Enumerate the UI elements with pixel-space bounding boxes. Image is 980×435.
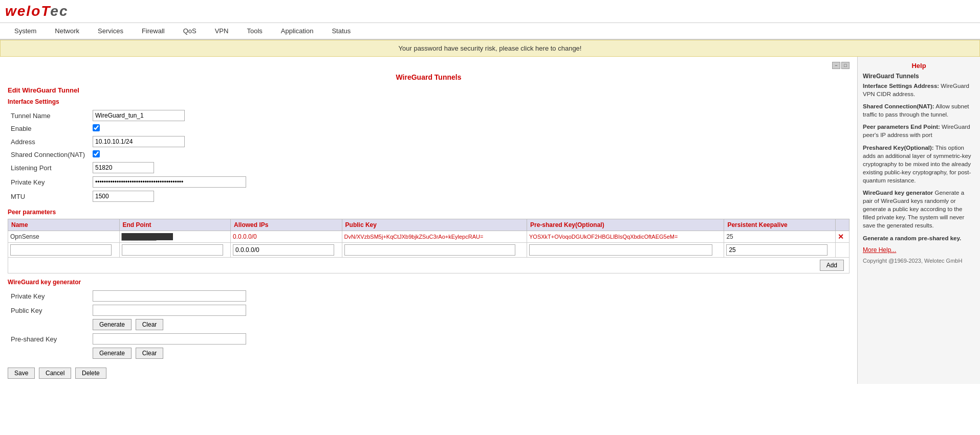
keygen-generate-preshared-button[interactable]: Generate [93, 348, 132, 359]
peer-delete-button[interactable]: ✕ [838, 233, 844, 241]
window-controls: − □ [832, 62, 850, 69]
edit-wireguard-title: Edit WireGuard Tunnel [8, 86, 850, 94]
enable-label: Enable [8, 123, 90, 134]
nav-qos[interactable]: QoS [174, 23, 206, 39]
help-section-5: WireGuard key generator Generate a pair … [863, 189, 975, 230]
nav-network[interactable]: Network [46, 23, 89, 39]
help-section-2: Shared Connection(NAT): Allow subnet tra… [863, 102, 975, 119]
warning-bar[interactable]: Your password have security risk, please… [0, 40, 980, 57]
col-actions [835, 219, 849, 231]
page-title: WireGuard Tunnels [8, 73, 850, 81]
help-subtitle: WireGuard Tunnels [863, 73, 975, 80]
help-section-1: Interface Settings Address: WireGuard VP… [863, 82, 975, 98]
keygen-generate-button[interactable]: Generate [93, 319, 132, 330]
address-label: Address [8, 134, 90, 149]
nav-application[interactable]: Application [272, 23, 323, 39]
help-section-3: Peer parameters End Point: WireGuard pee… [863, 123, 975, 139]
help-sidebar: Help WireGuard Tunnels Interface Setting… [857, 57, 980, 384]
keygen-title: WireGuard key generator [8, 279, 850, 286]
table-row: OpnSense ████████ 0.0.0.0/0 DvN/XVzbSM5j… [8, 231, 850, 243]
peer-allowed-ips: 0.0.0.0/0 [231, 231, 342, 243]
nav-firewall[interactable]: Firewall [133, 23, 174, 39]
peer-parameters-title: Peer parameters [8, 209, 850, 216]
col-name: Name [8, 219, 120, 231]
content-area: − □ WireGuard Tunnels Edit WireGuard Tun… [0, 57, 857, 384]
save-button[interactable]: Save [8, 368, 35, 379]
logo: weloTec [5, 3, 68, 19]
help-section-6: Generate a random pre-shared key. [863, 234, 975, 242]
new-peer-preshared-key-input[interactable] [529, 244, 712, 256]
peer-name: OpnSense [8, 231, 120, 243]
nav: System Network Services Firewall QoS VPN… [0, 23, 980, 40]
new-peer-keepalive-input[interactable] [726, 244, 827, 256]
keygen-clear-button[interactable]: Clear [136, 319, 164, 330]
table-new-row [8, 243, 850, 258]
enable-checkbox[interactable] [93, 124, 100, 131]
shared-connection-checkbox[interactable] [93, 150, 100, 157]
tunnel-name-label: Tunnel Name [8, 108, 90, 123]
interface-settings-form: Tunnel Name Enable Address Shared Connec… [8, 108, 850, 203]
col-allowed-ips: Allowed IPs [231, 219, 342, 231]
interface-settings-title: Interface Settings [8, 98, 850, 105]
tunnel-name-input[interactable] [93, 110, 185, 121]
keygen-preshared-key-input[interactable] [93, 333, 246, 345]
cancel-button[interactable]: Cancel [39, 368, 71, 379]
peer-preshared-key: YOSXkT+OVoqoDGUkOF2HBGLlBIsQqXbdicOftAEG… [527, 231, 724, 243]
delete-button[interactable]: Delete [75, 368, 106, 379]
peer-parameters-table: Name End Point Allowed IPs Public Key Pr… [8, 219, 850, 273]
maximize-button[interactable]: □ [841, 62, 850, 69]
nav-services[interactable]: Services [89, 23, 133, 39]
private-key-input[interactable] [93, 176, 246, 188]
col-preshared-key: Pre-shared Key(Optional) [527, 219, 724, 231]
help-title: Help [863, 62, 975, 70]
add-peer-button[interactable]: Add [820, 260, 844, 271]
nav-tools[interactable]: Tools [237, 23, 271, 39]
col-keepalive: Persistent Keepalive [724, 219, 836, 231]
bottom-buttons: Save Cancel Delete [8, 368, 850, 379]
keygen-private-key-label: Private Key [8, 289, 90, 303]
peer-keepalive: 25 [724, 231, 836, 243]
listening-port-input[interactable] [93, 162, 154, 173]
nav-system[interactable]: System [5, 23, 46, 39]
keygen-public-key-input[interactable] [93, 305, 246, 316]
new-peer-allowed-ips-input[interactable] [233, 244, 334, 256]
copyright: Copyright @1969-2023, Welotec GmbH [863, 258, 975, 264]
keygen-private-key-input[interactable] [93, 290, 246, 302]
help-section-4: Preshared Key(Optional): This option add… [863, 144, 975, 185]
header: weloTec [0, 0, 980, 23]
nav-status[interactable]: Status [322, 23, 360, 39]
address-input[interactable] [93, 136, 185, 147]
new-peer-endpoint-input[interactable] [122, 244, 223, 256]
col-public-key: Public Key [342, 219, 527, 231]
new-peer-public-key-input[interactable] [344, 244, 516, 256]
col-endpoint: End Point [119, 219, 231, 231]
keygen-public-key-label: Public Key [8, 303, 90, 317]
mtu-input[interactable] [93, 191, 154, 202]
minimize-button[interactable]: − [832, 62, 840, 69]
shared-connection-label: Shared Connection(NAT) [8, 149, 90, 161]
peer-endpoint: ████████ [119, 231, 231, 243]
mtu-label: MTU [8, 189, 90, 203]
peer-public-key: DvN/XVzbSM5j+KqCtJXb9bjkZSuC3rAo+kEylepc… [342, 231, 527, 243]
keygen-clear-preshared-button[interactable]: Clear [136, 348, 164, 359]
more-help-link[interactable]: More Help... [863, 246, 896, 254]
listening-port-label: Listening Port [8, 161, 90, 175]
keygen-preshared-key-label: Pre-shared Key [8, 332, 90, 346]
new-peer-name-input[interactable] [10, 244, 112, 256]
nav-vpn[interactable]: VPN [206, 23, 238, 39]
keygen-form: Private Key Public Key Generate Clear Pr… [8, 289, 850, 360]
private-key-label: Private Key [8, 175, 90, 189]
add-peer-row: Add [8, 258, 850, 273]
